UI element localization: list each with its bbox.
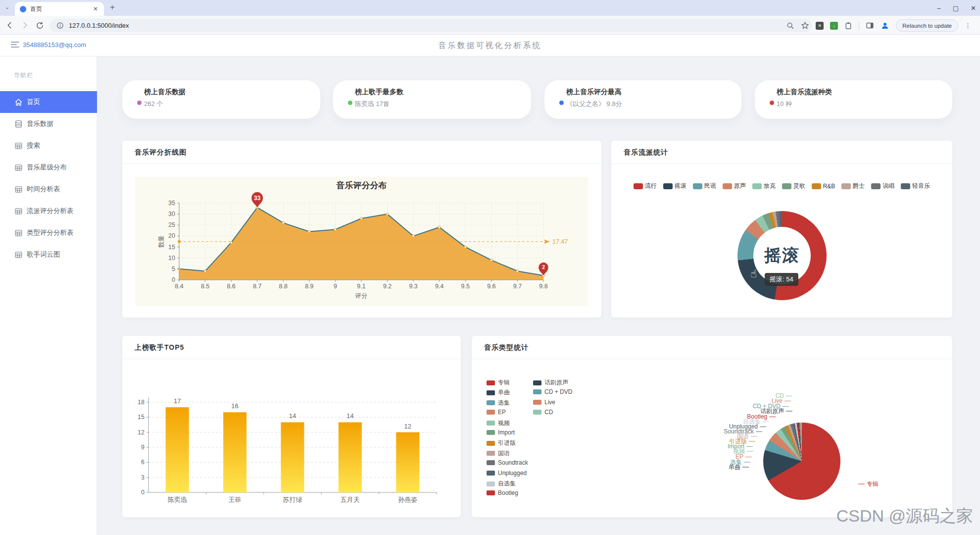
svg-text:苏打绿: 苏打绿 bbox=[283, 496, 302, 503]
type-legend-item[interactable]: 话剧原声 bbox=[533, 378, 568, 387]
tab-search-chevron-icon[interactable]: ⌄ bbox=[5, 4, 9, 10]
site-info-icon[interactable] bbox=[56, 22, 64, 29]
type-legend-item[interactable]: CD + DVD bbox=[533, 388, 572, 395]
sidebar-item-label: 流派评分分析表 bbox=[27, 207, 74, 215]
table-icon bbox=[14, 141, 23, 151]
browser-menu-icon[interactable]: ⋮ bbox=[965, 22, 971, 29]
top-singers-bar-chart[interactable]: 036912151817陈奕迅16王菲14苏打绿14五月天12孙燕姿 bbox=[122, 336, 461, 517]
type-legend-item[interactable]: 选集 bbox=[487, 399, 510, 407]
extension-download-icon[interactable]: ↓ bbox=[830, 22, 838, 30]
type-legend-item[interactable]: 国语 bbox=[487, 449, 510, 458]
type-legend-item[interactable]: 专辑 bbox=[487, 378, 510, 387]
genre-legend-item[interactable]: 摇滚 bbox=[663, 182, 686, 190]
legend-swatch bbox=[723, 183, 732, 189]
pie-label: 专辑 bbox=[858, 480, 879, 488]
app-page: 3548885153@qq.com 音乐数据可视化分析系统 导航栏 首页音乐数据… bbox=[0, 35, 980, 535]
type-legend-item[interactable]: Import bbox=[487, 429, 515, 436]
type-legend-item[interactable]: EP bbox=[487, 409, 506, 416]
legend-label: 单曲 bbox=[498, 388, 510, 397]
profile-avatar-icon[interactable] bbox=[881, 21, 889, 30]
type-legend-item[interactable]: Unplugged bbox=[487, 470, 527, 477]
legend-label: EP bbox=[498, 409, 506, 416]
legend-label: 民谣 bbox=[704, 182, 716, 190]
type-legend-item[interactable]: 引进版 bbox=[487, 439, 516, 447]
forward-button[interactable] bbox=[19, 19, 31, 31]
type-legend-item[interactable]: CD bbox=[533, 409, 553, 416]
zoom-icon[interactable] bbox=[786, 22, 794, 30]
stat-card-value: 陈奕迅 17首 bbox=[355, 100, 531, 108]
window-restore-button[interactable]: ▢ bbox=[953, 4, 959, 12]
table-icon bbox=[14, 207, 23, 216]
sidebar-item-搜索[interactable]: 搜索 bbox=[0, 135, 97, 157]
sidebar-item-类型评分分析表[interactable]: 类型评分分析表 bbox=[0, 222, 97, 244]
legend-swatch bbox=[782, 183, 791, 189]
genre-legend-item[interactable]: 轻音乐 bbox=[901, 182, 930, 190]
type-legend-item[interactable]: 单曲 bbox=[487, 388, 510, 397]
watermark: CSDN @源码之家 bbox=[836, 505, 973, 528]
genre-legend-item[interactable]: 爵士 bbox=[841, 182, 865, 190]
back-button[interactable] bbox=[4, 19, 16, 31]
genre-legend-item[interactable]: 灵歌 bbox=[782, 182, 805, 190]
genre-legend-item[interactable]: 说唱 bbox=[871, 182, 894, 190]
sidebar-item-时间分析表[interactable]: 时间分析表 bbox=[0, 178, 97, 200]
reload-button[interactable] bbox=[34, 19, 46, 31]
svg-text:14: 14 bbox=[346, 412, 353, 420]
address-bar[interactable]: 127.0.0.1:5000/index bbox=[49, 19, 812, 32]
type-legend-item[interactable]: 自选集 bbox=[487, 480, 516, 488]
legend-swatch bbox=[812, 183, 821, 189]
svg-text:9.7: 9.7 bbox=[513, 283, 522, 290]
tab-close-icon[interactable]: ✕ bbox=[92, 5, 99, 12]
genre-legend-item[interactable]: 放克 bbox=[752, 182, 776, 190]
type-legend-item[interactable]: Soundtrack bbox=[487, 459, 528, 466]
sidebar-item-歌手词云图[interactable]: 歌手词云图 bbox=[0, 244, 97, 266]
svg-text:9.3: 9.3 bbox=[409, 283, 417, 290]
bookmark-star-icon[interactable] bbox=[801, 21, 809, 30]
score-line-chart[interactable]: 音乐评分分布 8.48.58.68.78.88.999.19.29.39.49.… bbox=[135, 177, 588, 306]
browser-tab[interactable]: 首页 ✕ bbox=[15, 2, 104, 16]
main-content: 榜上音乐数据262 个榜上歌手最多数陈奕迅 17首榜上音乐评分最高《以父之名》 … bbox=[97, 56, 980, 535]
genre-legend-item[interactable]: 原声 bbox=[723, 182, 746, 190]
table-icon bbox=[14, 250, 23, 260]
sidebar-item-首页[interactable]: 首页 bbox=[0, 91, 97, 113]
window-close-button[interactable]: ✕ bbox=[971, 4, 976, 12]
svg-text:评分: 评分 bbox=[355, 292, 368, 299]
window-minimize-button[interactable]: – bbox=[937, 4, 941, 12]
extension-x-icon[interactable]: ✕ bbox=[816, 22, 824, 30]
sidebar-item-音乐数据[interactable]: 音乐数据 bbox=[0, 113, 97, 135]
new-tab-button[interactable]: + bbox=[110, 2, 115, 12]
legend-swatch bbox=[487, 471, 495, 476]
sidebar-item-label: 时间分析表 bbox=[27, 185, 60, 194]
legend-label: 爵士 bbox=[853, 182, 865, 190]
svg-text:15: 15 bbox=[168, 244, 175, 251]
tab-title: 首页 bbox=[30, 5, 92, 13]
extension-clipboard-icon[interactable] bbox=[844, 22, 852, 30]
stat-dot bbox=[137, 101, 142, 105]
genre-legend-item[interactable]: R&B bbox=[812, 183, 835, 190]
sidebar-item-流派评分分析表[interactable]: 流派评分分析表 bbox=[0, 200, 97, 222]
top-singers-panel: 上榜歌手TOP5 036912151817陈奕迅16王菲14苏打绿14五月天12… bbox=[122, 336, 461, 517]
music-type-pie-chart[interactable] bbox=[763, 423, 840, 500]
legend-swatch bbox=[487, 441, 495, 446]
legend-label: Soundtrack bbox=[498, 459, 528, 466]
legend-label: 流行 bbox=[645, 182, 657, 190]
genre-legend-item[interactable]: 流行 bbox=[634, 182, 657, 190]
svg-text:17: 17 bbox=[174, 397, 181, 405]
sidebar-item-音乐星级分布[interactable]: 音乐星级分布 bbox=[0, 157, 97, 178]
music-type-panel-title: 音乐类型统计 bbox=[472, 336, 952, 359]
type-legend-item[interactable]: 视频 bbox=[487, 419, 510, 428]
side-panel-icon[interactable] bbox=[866, 21, 874, 30]
tab-favicon bbox=[20, 6, 26, 12]
genre-tooltip: 摇滚: 54 bbox=[765, 273, 798, 286]
legend-swatch bbox=[487, 400, 495, 405]
relaunch-to-update-button[interactable]: Relaunch to update bbox=[896, 19, 958, 32]
browser-toolbar: 127.0.0.1:5000/index ✕ ↓ Relaunch to upd… bbox=[0, 16, 980, 35]
legend-label: Import bbox=[498, 429, 515, 436]
type-legend-item[interactable]: Bootleg bbox=[487, 489, 518, 496]
svg-text:30: 30 bbox=[168, 211, 175, 217]
legend-swatch bbox=[533, 400, 541, 405]
type-legend-item[interactable]: Live bbox=[533, 399, 555, 406]
genre-legend-item[interactable]: 民谣 bbox=[693, 182, 716, 190]
legend-label: 放克 bbox=[764, 182, 776, 190]
svg-text:5: 5 bbox=[172, 266, 175, 272]
stat-dot bbox=[770, 101, 774, 105]
